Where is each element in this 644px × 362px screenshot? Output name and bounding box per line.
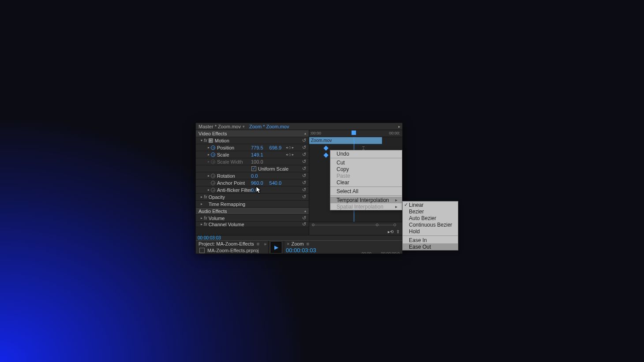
reset-icon[interactable]: ↺ — [302, 187, 306, 193]
fx-badge-icon[interactable]: fx — [204, 194, 207, 199]
source-monitor-play[interactable]: ▶ — [269, 241, 284, 254]
play-arrow-icon[interactable]: ▸ — [398, 124, 401, 129]
project-panel[interactable]: Project: MA-Zoom-Effects ≡ » MA-Zoom-Eff… — [196, 241, 269, 254]
disclosure-closed-icon[interactable]: ▸ — [206, 153, 211, 157]
disclosure-closed-icon[interactable]: ▸ — [199, 222, 204, 226]
uniform-scale-row[interactable]: ✓ Uniform Scale ↺ — [196, 165, 309, 172]
volume-row[interactable]: ▸ fx Volume ↺ — [196, 215, 309, 222]
rotation-row[interactable]: ▸ Rotation 0.0 ↺ — [196, 172, 309, 179]
clip-bar[interactable]: Zoom.mov — [309, 137, 382, 144]
stopwatch-icon[interactable] — [211, 153, 215, 157]
collapse-up-icon[interactable]: ▴ — [304, 209, 306, 213]
disclosure-closed-icon[interactable]: ▸ — [206, 174, 211, 178]
zoom-slider-handle[interactable] — [312, 224, 315, 226]
zoom-slider-handle[interactable] — [376, 224, 378, 226]
stopwatch-icon[interactable] — [211, 174, 215, 178]
fx-badge-icon[interactable]: fx — [204, 216, 207, 220]
disclosure-closed-icon[interactable]: ▸ — [206, 146, 211, 149]
prev-keyframe-icon[interactable]: ◂ — [286, 153, 288, 157]
stopwatch-icon[interactable] — [211, 188, 215, 192]
menu-cut[interactable]: Cut — [330, 159, 402, 166]
sequence-panel[interactable]: × Zoom ≡ 00:00:03:03 00:00 00:00:00:0 — [284, 241, 402, 254]
uniform-scale-checkbox[interactable]: ✓ — [251, 166, 256, 171]
position-x-value[interactable]: 779.5 — [251, 145, 263, 150]
playhead-handle[interactable] — [352, 131, 356, 135]
next-keyframe-icon[interactable]: ▸ — [292, 146, 294, 149]
chevrons-right-icon[interactable]: » — [264, 242, 266, 246]
menu-undo[interactable]: Undo — [330, 150, 402, 157]
reset-icon[interactable]: ↺ — [302, 180, 306, 186]
transform-box-icon[interactable]: ⊞ — [209, 138, 213, 143]
menu-clear[interactable]: Clear — [330, 179, 402, 186]
rotation-value[interactable]: 0.0 — [251, 173, 258, 179]
anchor-point-row[interactable]: ▸ Anchor Point 960.0 540.0 ↺ — [196, 179, 309, 187]
close-tab-icon[interactable]: × — [287, 241, 289, 246]
submenu-hold[interactable]: Hold — [403, 228, 458, 235]
opacity-effect-row[interactable]: ▸ fx Opacity ↺ — [196, 194, 309, 201]
reset-icon[interactable]: ↺ — [302, 159, 306, 164]
menu-temporal-interpolation[interactable]: Temporal Interpolation▸ — [330, 197, 402, 203]
submenu-continuous-bezier[interactable]: Continuous Bezier — [403, 221, 458, 228]
disclosure-open-icon[interactable]: ▾ — [199, 138, 204, 142]
main-timecode[interactable]: 00:00:03:03 — [286, 247, 316, 254]
active-clip-label[interactable]: Zoom * Zoom.mov — [249, 124, 289, 129]
submenu-linear[interactable]: ✓Linear — [403, 202, 458, 208]
keyframe-diamond[interactable] — [323, 153, 328, 157]
time-ruler[interactable]: :00:00 00:00: — [309, 130, 402, 137]
video-effects-header[interactable]: Video Effects ▴ — [196, 130, 309, 137]
position-y-value[interactable]: 698.9 — [270, 145, 282, 150]
disclosure-closed-icon[interactable]: ▸ — [199, 195, 204, 199]
panel-menu-icon[interactable]: ≡ — [257, 241, 259, 246]
stopwatch-icon[interactable] — [211, 181, 215, 185]
menu-copy[interactable]: Copy — [330, 166, 402, 172]
reset-icon[interactable]: ↺ — [302, 215, 306, 221]
zoom-slider-handle[interactable] — [393, 224, 396, 226]
anchor-x-value[interactable]: 960.0 — [251, 180, 263, 186]
export-icon[interactable]: ⇪ — [396, 229, 400, 234]
bezier-handle-icon[interactable]: ⌶ — [362, 146, 367, 150]
reset-icon[interactable]: ↺ — [302, 166, 306, 172]
project-file-row[interactable]: MA-Zoom-Effects.prproj — [196, 247, 268, 254]
stopwatch-icon[interactable] — [211, 146, 215, 150]
reset-icon[interactable]: ↺ — [302, 194, 306, 200]
channel-volume-row[interactable]: ▸ fx Channel Volume ↺ — [196, 222, 309, 227]
anti-flicker-row[interactable]: ▸ Anti-flicker Filter 0.0 ↺ — [196, 187, 309, 194]
position-row[interactable]: ▸ Position 779.5 698.9 ◂ ◇ ▸ ↺ — [196, 144, 309, 151]
next-keyframe-icon[interactable]: ▸ — [292, 153, 294, 157]
play-button[interactable]: ▶ — [271, 242, 281, 253]
add-keyframe-icon[interactable]: ◇ — [288, 146, 291, 149]
reset-icon[interactable]: ↺ — [302, 152, 306, 157]
disclosure-closed-icon[interactable]: ▸ — [199, 216, 204, 220]
anchor-y-value[interactable]: 540.0 — [270, 180, 282, 186]
collapse-up-icon[interactable]: ▴ — [304, 131, 306, 135]
reset-icon[interactable]: ↺ — [302, 221, 306, 227]
add-keyframe-icon[interactable]: ◇ — [288, 153, 291, 157]
fx-badge-icon[interactable]: fx — [204, 222, 207, 227]
fx-badge-icon[interactable]: fx — [204, 138, 207, 143]
loop-playback-icon[interactable]: ▸⟲ — [388, 229, 393, 234]
submenu-auto-bezier[interactable]: Auto Bezier — [403, 215, 458, 221]
submenu-ease-out[interactable]: Ease Out — [403, 243, 458, 250]
submenu-bezier[interactable]: Bezier — [403, 208, 458, 215]
anti-flicker-value[interactable]: 0.0 — [251, 187, 258, 193]
reset-icon[interactable]: ↺ — [302, 145, 306, 150]
small-timecode[interactable]: 00:00:03:03 — [196, 235, 402, 241]
master-clip-label[interactable]: Master * Zoom.mov — [198, 124, 241, 129]
disclosure-closed-icon[interactable]: ▸ — [199, 202, 204, 206]
reset-icon[interactable]: ↺ — [302, 138, 306, 143]
prev-keyframe-icon[interactable]: ◂ — [286, 146, 288, 149]
chevron-down-icon[interactable]: ▾ — [243, 124, 245, 129]
time-remapping-row[interactable]: ▸ fx Time Remapping — [196, 201, 309, 208]
keyframe-diamond[interactable] — [323, 146, 328, 150]
reset-icon[interactable]: ↺ — [302, 173, 306, 179]
scale-value[interactable]: 149.1 — [251, 152, 263, 157]
audio-effects-header[interactable]: Audio Effects ▴ — [196, 208, 309, 215]
disclosure-closed-icon[interactable]: ▸ — [206, 188, 211, 192]
menu-select-all[interactable]: Select All — [330, 188, 402, 194]
opacity-label: Opacity — [209, 194, 225, 200]
scale-row[interactable]: ▸ Scale 149.1 ◂ ◇ ▸ ↺ — [196, 151, 309, 158]
submenu-ease-in[interactable]: Ease In — [403, 237, 458, 243]
motion-effect-row[interactable]: ▾ fx ⊞ Motion ↺ — [196, 137, 309, 144]
velocity-slider-row[interactable] — [309, 222, 402, 228]
panel-menu-icon[interactable]: ≡ — [307, 241, 309, 246]
